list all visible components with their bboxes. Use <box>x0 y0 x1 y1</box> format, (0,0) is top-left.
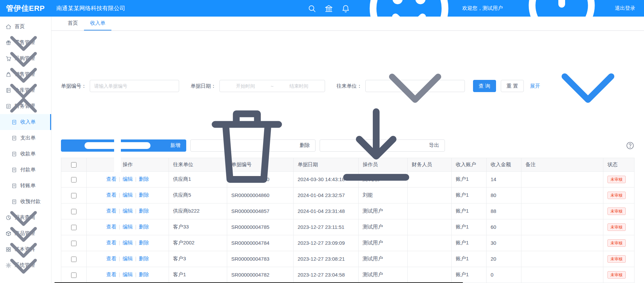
row-select-cell <box>61 235 87 251</box>
tab-income-bill[interactable]: 收入单 <box>84 17 111 30</box>
view-link[interactable]: 查看 <box>106 176 116 182</box>
table-row: 查看|编辑|删除 客户1 SR00000004782 2023-12-27 23… <box>61 267 635 283</box>
date-cell: 2023-12-27 23:11:51 <box>294 219 359 235</box>
remark-cell <box>521 235 603 251</box>
view-link[interactable]: 查看 <box>106 240 116 245</box>
doc-icon <box>11 151 17 157</box>
add-button[interactable]: 新增 <box>61 139 186 152</box>
amount-cell: 30 <box>487 235 521 251</box>
bill-no-input[interactable] <box>90 80 179 92</box>
sidebar-item-receipt-bill[interactable]: 收款单 <box>0 146 51 162</box>
edit-link[interactable]: 编辑 <box>123 192 133 198</box>
delete-link[interactable]: 删除 <box>139 192 149 198</box>
bill-no-cell: SR00000004784 <box>227 235 294 251</box>
view-link[interactable]: 查看 <box>106 256 116 261</box>
account-cell: 账户1 <box>452 171 487 187</box>
delete-button[interactable]: 删除 <box>190 139 316 152</box>
table-row: 查看|编辑|删除 客户33 SR00000004785 2023-12-27 2… <box>61 219 635 235</box>
row-select-cell <box>61 203 87 219</box>
date-end-input[interactable] <box>275 83 323 89</box>
remark-cell <box>521 251 603 267</box>
bank-icon[interactable] <box>324 4 333 13</box>
column-header: 备注 <box>521 158 603 171</box>
row-checkbox[interactable] <box>71 209 77 214</box>
delete-link[interactable]: 删除 <box>139 256 149 261</box>
delete-link[interactable]: 删除 <box>139 240 149 245</box>
status-cell: 未审核 <box>603 251 635 267</box>
edit-link[interactable]: 编辑 <box>123 176 133 182</box>
export-button[interactable]: 导出 <box>320 139 445 152</box>
view-link[interactable]: 查看 <box>106 224 116 230</box>
column-header: 收入账户 <box>452 158 487 171</box>
sidebar-item-finance[interactable]: 财务管理 <box>0 98 51 114</box>
actions-cell: 查看|编辑|删除 <box>87 219 169 235</box>
partner-cell: 供应商b222 <box>169 203 227 219</box>
delete-link[interactable]: 删除 <box>139 176 149 182</box>
partner-cell: 客户3 <box>169 251 227 267</box>
sidebar-item-expense-bill[interactable]: 支出单 <box>0 130 51 146</box>
date-cell: 2023-12-27 23:04:58 <box>294 267 359 283</box>
row-checkbox[interactable] <box>71 241 77 246</box>
top-header: 管伊佳ERP 南通某某网络科技有限公司 欢迎您，测试用户 退出登录 <box>0 0 644 17</box>
remark-cell <box>521 267 603 283</box>
sidebar-item-system[interactable]: 系统管理 <box>0 257 51 273</box>
finance-cell <box>408 251 452 267</box>
delete-label: 删除 <box>300 142 310 149</box>
row-select-cell <box>61 267 87 283</box>
toolbar: 新增 删除 导出 <box>61 139 635 152</box>
edit-link[interactable]: 编辑 <box>123 256 133 261</box>
sidebar-item-label: 付款单 <box>20 167 36 173</box>
date-cell: 2024-01-04 23:31:48 <box>294 203 359 219</box>
status-cell: 未审核 <box>603 187 635 203</box>
row-select-cell <box>61 219 87 235</box>
operator-cell: 测试用户 <box>359 203 408 219</box>
finance-cell <box>408 235 452 251</box>
remark-cell <box>521 187 603 203</box>
row-checkbox[interactable] <box>71 225 77 230</box>
search-icon[interactable] <box>307 4 316 13</box>
row-checkbox[interactable] <box>71 257 77 262</box>
select-all-checkbox[interactable] <box>71 162 77 168</box>
row-checkbox[interactable] <box>71 193 77 198</box>
search-button[interactable]: 查 询 <box>473 80 496 92</box>
doc-icon <box>11 183 17 189</box>
sidebar-item-income-bill[interactable]: 收入单 <box>0 114 51 130</box>
operator-cell: 测试用户 <box>359 267 408 283</box>
delete-link[interactable]: 删除 <box>139 224 149 230</box>
content: 单据编号： 单据日期： ~ 往来单位： 查 询 重 置 <box>51 31 644 283</box>
view-link[interactable]: 查看 <box>106 271 116 277</box>
help-icon[interactable] <box>626 141 635 150</box>
bill-no-label: 单据编号： <box>61 83 86 89</box>
remark-cell <box>521 203 603 219</box>
row-checkbox[interactable] <box>71 177 77 182</box>
sidebar-item-label: 支出单 <box>20 135 36 141</box>
sidebar-item-payment-bill[interactable]: 付款单 <box>0 162 51 178</box>
remark-cell <box>521 171 603 187</box>
edit-link[interactable]: 编辑 <box>123 271 133 277</box>
view-link[interactable]: 查看 <box>106 192 116 198</box>
date-range-picker[interactable]: ~ <box>219 80 325 92</box>
delete-link[interactable]: 删除 <box>139 208 149 214</box>
reset-button[interactable]: 重 置 <box>501 80 524 92</box>
tab-home[interactable]: 首页 <box>62 17 84 30</box>
row-checkbox[interactable] <box>71 273 77 278</box>
partner-select[interactable] <box>365 80 465 92</box>
sidebar-item-label: 收款单 <box>20 151 36 157</box>
sidebar: 首页 零售管理 采购管理 销售管理 仓库管理 财务管理 收入单 支出单 收款单 … <box>0 17 51 283</box>
sidebar-item-transfer-bill[interactable]: 转账单 <box>0 178 51 194</box>
finance-cell <box>408 267 452 283</box>
view-link[interactable]: 查看 <box>106 208 116 214</box>
sidebar-item-label: 收入单 <box>20 119 36 125</box>
bill-no-cell: SR00000004782 <box>227 267 294 283</box>
edit-link[interactable]: 编辑 <box>123 224 133 230</box>
bell-icon[interactable] <box>341 4 350 13</box>
delete-link[interactable]: 删除 <box>139 271 149 277</box>
edit-link[interactable]: 编辑 <box>123 208 133 214</box>
expand-link[interactable]: 展开 <box>530 40 635 133</box>
edit-link[interactable]: 编辑 <box>123 240 133 245</box>
account-cell: 账户1 <box>452 267 487 283</box>
date-start-input[interactable] <box>222 83 270 89</box>
finance-cell <box>408 219 452 235</box>
status-badge: 未审核 <box>607 208 626 215</box>
date-cell: 2023-12-27 23:08:21 <box>294 251 359 267</box>
